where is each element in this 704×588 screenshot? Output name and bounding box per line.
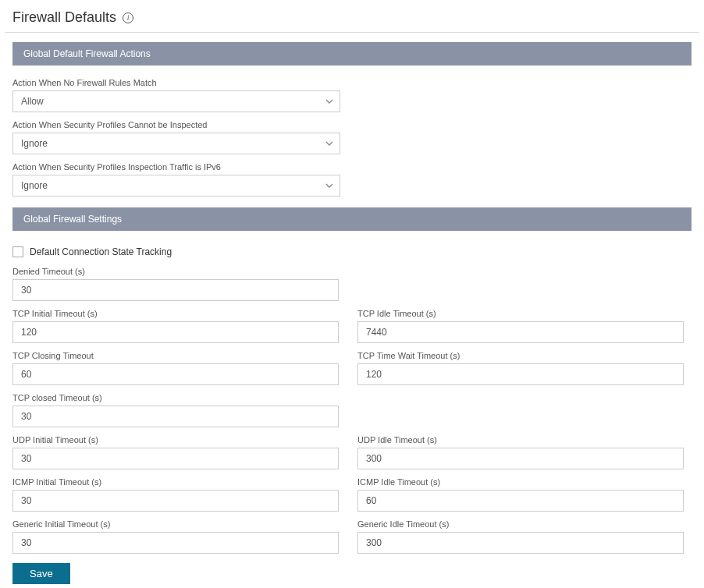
section-header-actions: Global Default Firewall Actions bbox=[12, 42, 692, 66]
label-action-cannot-inspect: Action When Security Profiles Cannot be … bbox=[12, 120, 692, 129]
input-icmp-initial-timeout[interactable] bbox=[12, 490, 339, 512]
section-body-actions: Action When No Firewall Rules Match Allo… bbox=[5, 66, 699, 207]
select-action-no-match-value: Allow bbox=[21, 96, 44, 107]
input-generic-initial-timeout[interactable] bbox=[12, 532, 339, 554]
input-denied-timeout[interactable] bbox=[12, 279, 339, 301]
section-body-settings: Default Connection State Tracking Denied… bbox=[5, 231, 699, 554]
label-tcp-closing-timeout: TCP Closing Timeout bbox=[12, 351, 339, 360]
checkbox-default-connection-tracking[interactable] bbox=[12, 246, 23, 257]
info-icon[interactable]: i bbox=[123, 12, 133, 23]
input-tcp-closing-timeout[interactable] bbox=[12, 363, 339, 385]
select-action-cannot-inspect-value: Ignore bbox=[21, 138, 48, 149]
select-action-cannot-inspect[interactable]: Ignore bbox=[12, 133, 340, 154]
save-button[interactable]: Save bbox=[12, 563, 70, 584]
input-tcp-initial-timeout[interactable] bbox=[12, 321, 339, 343]
input-tcp-time-wait-timeout[interactable] bbox=[357, 363, 684, 385]
label-icmp-initial-timeout: ICMP Initial Timeout (s) bbox=[12, 477, 339, 487]
input-udp-initial-timeout[interactable] bbox=[12, 448, 339, 469]
page-title: Firewall Defaults bbox=[12, 9, 116, 26]
label-udp-initial-timeout: UDP Initial Timeout (s) bbox=[12, 435, 339, 445]
select-action-ipv6-value: Ignore bbox=[21, 180, 48, 191]
label-udp-idle-timeout: UDP Idle Timeout (s) bbox=[357, 435, 684, 445]
input-icmp-idle-timeout[interactable] bbox=[357, 490, 684, 512]
input-udp-idle-timeout[interactable] bbox=[357, 448, 684, 469]
label-tcp-time-wait-timeout: TCP Time Wait Timeout (s) bbox=[357, 351, 684, 360]
label-tcp-idle-timeout: TCP Idle Timeout (s) bbox=[357, 309, 684, 318]
select-action-ipv6[interactable]: Ignore bbox=[12, 175, 340, 197]
input-tcp-idle-timeout[interactable] bbox=[357, 321, 684, 343]
checkbox-default-connection-tracking-label: Default Connection State Tracking bbox=[30, 246, 172, 257]
input-generic-idle-timeout[interactable] bbox=[357, 532, 684, 554]
input-tcp-closed-timeout[interactable] bbox=[12, 406, 339, 427]
label-denied-timeout: Denied Timeout (s) bbox=[12, 267, 339, 276]
label-tcp-initial-timeout: TCP Initial Timeout (s) bbox=[12, 309, 339, 318]
label-action-ipv6: Action When Security Profiles Inspection… bbox=[12, 162, 692, 172]
page-header: Firewall Defaults i bbox=[5, 9, 699, 33]
label-action-no-match: Action When No Firewall Rules Match bbox=[12, 78, 692, 87]
label-tcp-closed-timeout: TCP closed Timeout (s) bbox=[12, 393, 339, 402]
label-generic-initial-timeout: Generic Initial Timeout (s) bbox=[12, 519, 339, 529]
label-generic-idle-timeout: Generic Idle Timeout (s) bbox=[357, 519, 684, 529]
label-icmp-idle-timeout: ICMP Idle Timeout (s) bbox=[357, 477, 684, 487]
section-header-settings: Global Firewall Settings bbox=[12, 207, 692, 231]
select-action-no-match[interactable]: Allow bbox=[12, 90, 340, 112]
